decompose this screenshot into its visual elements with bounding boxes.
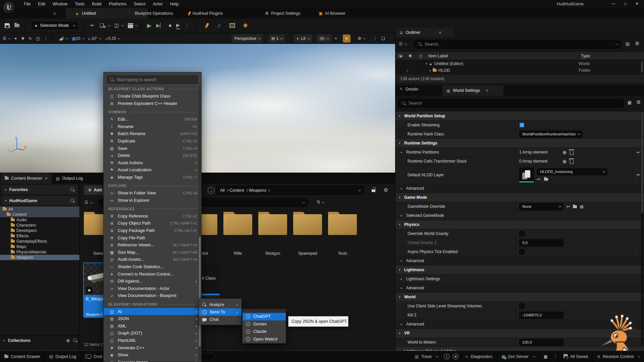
checkbox[interactable]: ✓ — [519, 231, 525, 236]
menu-item[interactable]: ◫ Generate Image › — [104, 359, 201, 362]
settings-row[interactable]: Physics ✓ ⊕ ↩ — [395, 220, 644, 229]
menu-item[interactable]: Help — [166, 0, 182, 8]
folder-tile[interactable]: Tests — [325, 214, 360, 256]
surface-snap-dropdown[interactable]: ◢ 0 — [59, 36, 68, 41]
filter-icon[interactable]: ☰ — [85, 200, 92, 205]
menu-item-send-to[interactable]: Send To › — [199, 308, 241, 316]
menu-item[interactable]: ◫ PlantUML › — [104, 337, 201, 344]
view-mode-dropdown[interactable]: ◐Lit — [294, 35, 312, 43]
tab-blueprint-operations[interactable]: Blueprint Operations — [135, 8, 173, 18]
menu-item-target[interactable]: Open WebUI — [243, 336, 286, 343]
trash-icon[interactable] — [570, 160, 574, 164]
settings-row[interactable]: Global Gravity Z ✓ 0,0 0,0 0,0 ⊕ 0,0 ↩ — [395, 238, 644, 247]
play-button[interactable]: ▶ — [147, 22, 152, 29]
edit-actor-pen-icon[interactable]: ✒ — [90, 21, 96, 29]
sort-icon[interactable]: ⇅ — [317, 199, 324, 204]
revert-icon[interactable]: ↩ — [637, 172, 640, 177]
unreal-logo-icon[interactable]: U — [3, 1, 15, 14]
settings-row[interactable]: Runtime Hash Class ✓ WorldPartitionRunti… — [395, 130, 644, 139]
menu-item[interactable]: ⊟ Diff Against... › — [104, 278, 201, 285]
visibility-column-eye-icon[interactable] — [395, 54, 406, 58]
menu-item[interactable]: Select — [130, 0, 149, 8]
diagnostics-button[interactable]: ∿Diagnostics — [461, 351, 497, 362]
tree-item[interactable]: ▾ Content — [0, 212, 79, 217]
settings-row[interactable]: Runtime Settings ✓ ⊕ ↩ — [395, 139, 644, 148]
outliner-row-hlod[interactable]: ▯ ▸ HLOD Folder — [395, 67, 644, 74]
menu-item[interactable]: ⚒ Asset Actions › — [104, 159, 201, 167]
settings-gear-icon[interactable]: ⚙ — [636, 99, 641, 105]
hlod-layer-dropdown[interactable]: HLOD0_Instancing — [537, 168, 607, 175]
menu-item[interactable]: ▤ Save CTRL+S — [104, 145, 201, 152]
menu-item-target[interactable]: ChatGPT — [243, 313, 286, 320]
save-world-icon[interactable]: ▤ — [626, 41, 630, 46]
frame-skip-button[interactable]: ▶▏ — [156, 22, 164, 28]
search-icon[interactable] — [70, 188, 74, 192]
outliner-scrollbar[interactable] — [641, 61, 643, 73]
menu-item[interactable]: ▦ Size Map... ALT+SHIFT+M — [104, 249, 201, 256]
pin-column-icon[interactable] — [415, 55, 426, 57]
menu-item[interactable]: ◫ Graph (DOT) › — [104, 330, 201, 337]
menu-item[interactable]: ▱ View Documentation - Actor — [104, 285, 201, 292]
menu-item[interactable]: REFERENCES — [104, 205, 201, 213]
viewport-settings-gear-icon[interactable]: ⚙ — [358, 36, 365, 41]
expand-icon[interactable] — [401, 286, 404, 290]
gallery-plugin-icon[interactable] — [229, 23, 235, 28]
medal-plugin-icon[interactable]: ✺ — [243, 22, 248, 29]
menu-item[interactable]: ⧉ Copy Object Path CTRL+SHIFT+C — [104, 220, 201, 227]
expand-icon[interactable] — [399, 295, 402, 299]
tree-item[interactable]: ▾ All — [0, 206, 79, 212]
menu-item[interactable]: Window — [49, 0, 71, 8]
menu-item[interactable]: Tools — [71, 0, 88, 8]
hudhud-plugin-icon[interactable] — [206, 23, 208, 28]
browse-icon[interactable] — [544, 177, 548, 182]
outliner-settings-gear-icon[interactable]: ⚙ — [635, 41, 639, 47]
use-selected-icon[interactable]: ↩ — [537, 177, 541, 182]
home-icon[interactable]: ⌂ — [53, 10, 56, 16]
menu-item[interactable]: ▭ Show in Explorer — [104, 197, 201, 204]
dropdown[interactable]: WorldPartitionRuntimeHashSet — [519, 131, 582, 138]
close-icon[interactable]: ✕ — [45, 176, 48, 181]
menu-item[interactable]: COMMON — [104, 109, 201, 116]
tree-item[interactable]: ▸ Weapons — [0, 255, 79, 260]
blueprints-button[interactable]: ◫ — [114, 22, 123, 28]
cmd-button[interactable]: >_Cmd — [81, 351, 107, 362]
add-element-icon[interactable]: ⊕ — [562, 159, 567, 164]
menu-item[interactable]: ◉ Show › — [104, 351, 201, 359]
menu-item[interactable]: BLUEPRINT OPERATIONS — [104, 301, 201, 308]
menu-item[interactable]: ◫ Create Child Blueprint Class — [104, 93, 201, 100]
cinematics-button[interactable] — [128, 23, 137, 28]
tree-item[interactable]: ▸ Effects — [0, 233, 79, 239]
viewport-options-button[interactable]: ☰ — [3, 36, 10, 41]
menu-item[interactable]: ⧉ Copy Reference CTRL+C — [104, 213, 201, 220]
tab-outliner[interactable]: ≣ Outliner ✕ — [395, 28, 454, 37]
viewport-more-icon[interactable]: ⋮ — [373, 36, 377, 41]
settings-row[interactable]: Runtime Cells Transformer Stack ✓ 0 Arra… — [395, 157, 644, 166]
expand-icon[interactable]: ▸ — [430, 69, 431, 72]
tree-item[interactable]: Maps — [0, 244, 79, 249]
project-section[interactable]: ▾ HudHudGame — [2, 196, 77, 205]
expand-icon[interactable] — [401, 277, 404, 281]
expand-icon[interactable] — [401, 150, 404, 154]
settings-row[interactable]: Advanced ✓ ⊕ ↩ — [395, 256, 644, 265]
use-selected-icon[interactable]: ↩ — [567, 204, 570, 209]
checkbox[interactable]: ✓ — [519, 249, 525, 254]
menu-item[interactable]: ⚑ Asset Localization › — [104, 167, 201, 174]
settings-row[interactable]: Async Physics Tick Enabled ✓ ⊕ ↩ — [395, 247, 644, 256]
outliner-filter-icon[interactable]: ☰ — [399, 41, 406, 46]
expand-icon[interactable] — [399, 268, 402, 272]
menu-item[interactable]: ▱ View Documentation - Blueprint — [104, 292, 201, 300]
menu-item[interactable]: ♨ Shader Cook Statistics... — [104, 263, 201, 270]
add-actor-button[interactable]: ❑✚ — [100, 22, 110, 29]
settings-row[interactable]: Runtime Partitions ✓ 1 Array element 1 A… — [395, 148, 644, 157]
settings-row[interactable]: World Partition Setup ✓ ⊕ ↩ — [395, 112, 644, 121]
skip-to-end-button[interactable]: ▶ — [176, 22, 180, 29]
tab-ai-browser[interactable]: ▣AI Browser — [319, 8, 345, 18]
expand-icon[interactable] — [401, 187, 404, 190]
tree-item[interactable]: ▸ Audio — [0, 217, 79, 223]
star-column-icon[interactable]: ✱ — [406, 53, 415, 58]
perspective-dropdown[interactable]: Perspective — [231, 35, 263, 43]
menu-item[interactable]: ⊞ Preview Equivalent C++ Header — [104, 100, 201, 107]
menu-item-target[interactable]: Claude — [243, 328, 286, 336]
menu-item[interactable]: ⧉ Duplicate CTRL+D — [104, 137, 201, 145]
maximize-viewport-icon[interactable]: ❏ — [381, 36, 385, 41]
